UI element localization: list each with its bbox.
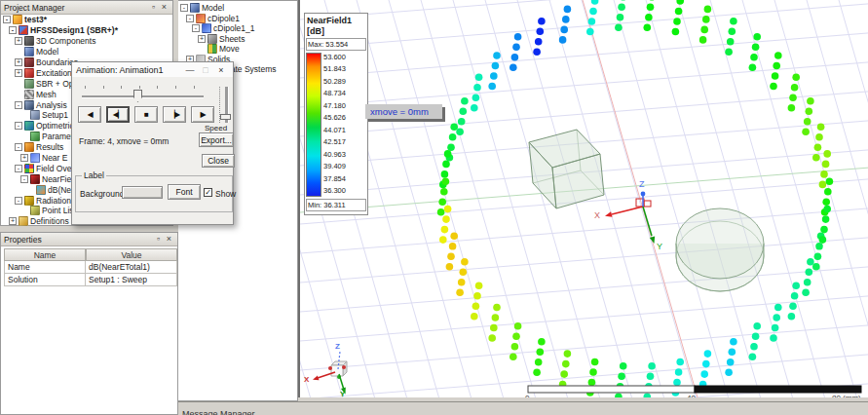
field-dot bbox=[512, 333, 520, 341]
field-dot bbox=[437, 208, 445, 216]
field-dot bbox=[620, 362, 627, 370]
field-dot bbox=[676, 358, 684, 366]
field-dot bbox=[472, 303, 480, 311]
field-dot bbox=[442, 161, 450, 169]
field-dot bbox=[700, 26, 708, 34]
cylinder-top[interactable] bbox=[676, 208, 764, 279]
background-color-button[interactable] bbox=[122, 186, 163, 199]
column-header: Value bbox=[86, 248, 177, 261]
properties-titlebar[interactable]: Properties ▫ × bbox=[1, 233, 177, 246]
expand-icon[interactable]: + bbox=[20, 154, 28, 162]
animation-dialog[interactable]: Animation: Animation1 — □ × ◀◀▏■▕▶▶ Spee… bbox=[71, 61, 234, 225]
field-dot bbox=[617, 14, 624, 21]
expand-icon[interactable]: + bbox=[198, 35, 206, 43]
y-axis-arrow bbox=[643, 207, 652, 236]
grid-line bbox=[742, 0, 857, 397]
field-dot bbox=[727, 358, 735, 366]
step-reverse-button[interactable]: ◀▏ bbox=[106, 106, 130, 123]
field-dot bbox=[446, 263, 454, 271]
field-dot bbox=[450, 233, 458, 241]
frame-slider-track[interactable] bbox=[82, 95, 204, 98]
property-value[interactable]: Setup1 : Sweep bbox=[86, 274, 177, 286]
x-axis-label: X bbox=[594, 210, 600, 220]
mesh-icon bbox=[24, 90, 34, 99]
tree-item-model[interactable]: Model bbox=[1, 47, 172, 57]
field-dot bbox=[564, 6, 572, 14]
message-manager-bar[interactable]: Message Manager bbox=[178, 401, 868, 415]
triad-dot bbox=[342, 365, 346, 369]
stop-button[interactable]: ■ bbox=[134, 106, 158, 123]
tree-item-3d-components[interactable]: +3D Components bbox=[1, 36, 172, 47]
font-button[interactable]: Font bbox=[168, 184, 201, 200]
collapse-icon[interactable]: - bbox=[20, 175, 28, 183]
dipole-marker[interactable] bbox=[644, 201, 651, 207]
ruler-segment-white bbox=[528, 386, 695, 393]
field-dot bbox=[509, 63, 517, 71]
expand-icon[interactable]: + bbox=[15, 58, 22, 66]
modeler-canvas[interactable]: XYZXYZ04080 (mm) bbox=[300, 0, 868, 397]
collapse-icon[interactable]: - bbox=[9, 26, 17, 34]
definitions-icon bbox=[19, 216, 28, 226]
collapse-icon[interactable]: - bbox=[186, 15, 194, 22]
collapse-icon[interactable]: - bbox=[15, 197, 22, 205]
triad-x-label: X bbox=[304, 375, 310, 384]
field-dot bbox=[444, 150, 452, 158]
nearfield-icon bbox=[30, 174, 40, 184]
show-label: Show bbox=[215, 189, 236, 199]
pin-icon[interactable]: ▫ bbox=[148, 2, 159, 13]
tree-item-cdipole1-1[interactable]: -cDipole1_1 bbox=[178, 23, 297, 34]
field-dot bbox=[559, 36, 567, 44]
step-forward-button[interactable]: ▕▶ bbox=[163, 106, 186, 123]
tree-item-model[interactable]: -Model bbox=[178, 3, 297, 14]
field-dot bbox=[729, 349, 736, 357]
play-reverse-button[interactable]: ◀ bbox=[78, 106, 101, 123]
field-dot bbox=[802, 288, 810, 296]
collapse-icon[interactable]: - bbox=[15, 143, 22, 151]
components-icon bbox=[24, 36, 34, 46]
collapse-icon[interactable]: - bbox=[192, 24, 200, 32]
slider-tick bbox=[139, 86, 140, 89]
close-icon[interactable]: × bbox=[159, 2, 170, 13]
z-axis-label: Z bbox=[639, 179, 645, 189]
close-icon[interactable]: × bbox=[164, 234, 174, 245]
field-dot bbox=[772, 72, 779, 80]
field-dot bbox=[807, 258, 814, 266]
field-dot bbox=[473, 292, 481, 300]
expand-icon[interactable]: + bbox=[15, 69, 22, 77]
play-forward-button[interactable]: ▶ bbox=[191, 106, 214, 123]
collapse-icon[interactable]: - bbox=[180, 4, 188, 12]
frame-slider-thumb[interactable] bbox=[133, 90, 142, 102]
tree-item-label: Move bbox=[219, 44, 240, 54]
collapse-icon[interactable]: - bbox=[3, 16, 11, 23]
tree-item-move[interactable]: Move bbox=[178, 44, 297, 55]
expand-icon[interactable]: + bbox=[9, 217, 17, 225]
animation-annotation-label[interactable]: xmove = 0mm bbox=[365, 104, 442, 119]
tree-item-label: Results bbox=[36, 142, 63, 152]
speed-slider-thumb[interactable] bbox=[220, 114, 231, 120]
animation-dialog-titlebar[interactable]: Animation: Animation1 — □ × bbox=[72, 62, 233, 77]
expand-icon[interactable]: + bbox=[15, 37, 22, 45]
tree-item-cdipole1[interactable]: -cDipole1 bbox=[178, 14, 297, 24]
close-button[interactable]: Close bbox=[202, 154, 235, 168]
show-checkbox[interactable]: ✓ bbox=[204, 188, 212, 197]
field-dot bbox=[774, 304, 782, 312]
tree-item-hfssdesign1-sbr[interactable]: -HFSSDesign1 (SBR+)* bbox=[1, 25, 172, 36]
close-icon[interactable]: × bbox=[213, 65, 229, 75]
property-row[interactable]: SolutionSetup1 : Sweep bbox=[4, 274, 177, 286]
minimize-icon[interactable]: — bbox=[182, 65, 198, 75]
field-dot bbox=[770, 334, 777, 342]
project-manager-titlebar[interactable]: Project Manager ▫ × bbox=[1, 1, 172, 15]
field-legend[interactable]: NearField1 [dB] Max: 53.554 53.60051.843… bbox=[304, 13, 368, 215]
tree-item-test3[interactable]: -test3* bbox=[1, 15, 172, 25]
modeler-viewport[interactable]: XYZXYZ04080 (mm) NearField1 [dB] Max: 53… bbox=[298, 0, 868, 397]
pin-icon[interactable]: ▫ bbox=[153, 234, 164, 245]
property-row[interactable]: NamedB(NearETotal1) bbox=[4, 261, 177, 274]
export-button[interactable]: Export... bbox=[199, 132, 234, 147]
field-dot bbox=[804, 118, 811, 126]
slider-tick bbox=[157, 86, 158, 89]
collapse-icon[interactable]: - bbox=[15, 165, 22, 172]
tree-item-sheets[interactable]: +Sheets bbox=[178, 34, 297, 45]
property-value[interactable]: dB(NearETotal1) bbox=[86, 261, 177, 274]
collapse-icon[interactable]: - bbox=[15, 101, 22, 109]
collapse-icon[interactable]: - bbox=[15, 122, 22, 130]
